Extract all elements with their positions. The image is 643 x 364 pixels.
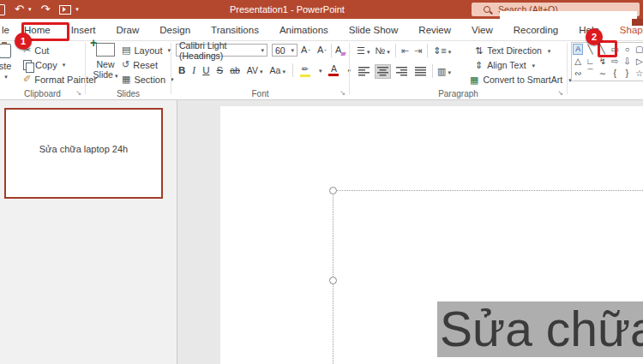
align-left-icon <box>358 67 370 76</box>
justify-button[interactable] <box>413 65 428 78</box>
line-spacing-button[interactable]: ⇕≡▾ <box>433 45 451 56</box>
search-icon <box>484 6 490 13</box>
copy-label: Copy <box>35 60 57 70</box>
redo-icon[interactable]: ↷ <box>40 0 50 19</box>
columns-button[interactable]: ▥▾ <box>437 66 451 76</box>
shape-scribble[interactable]: ∾ <box>574 69 581 78</box>
highlight-button[interactable]: ✏ <box>300 64 310 77</box>
align-text-button[interactable]: ⇕ Align Text ▾ <box>475 59 535 71</box>
layout-label: Layout <box>134 45 162 56</box>
paragraph-dialog-launcher-icon[interactable]: ↘ <box>557 90 563 97</box>
slide-canvas[interactable]: Sửa chữa <box>220 106 643 364</box>
annotation-step-1: 1 <box>15 33 32 50</box>
save-icon[interactable] <box>0 4 5 15</box>
undo-icon[interactable]: ↶ <box>15 0 24 19</box>
shape-rounded-rectangle[interactable]: ▢ <box>635 45 643 54</box>
text-direction-button[interactable]: ⇅ Text Direction ▾ <box>475 45 550 57</box>
section-button[interactable]: ▦ Section ▾ <box>122 73 174 86</box>
smartart-icon: ▦ <box>470 75 478 85</box>
copy-dropdown-icon: ▾ <box>63 62 66 68</box>
clear-formatting-button[interactable]: A <box>335 44 341 57</box>
shape-curve[interactable]: ∼ <box>599 69 606 78</box>
shape-line[interactable]: ╲ <box>587 45 592 54</box>
slide-thumbnail[interactable]: Sửa chữa laptop 24h <box>4 108 163 199</box>
shape-arc[interactable]: ⌒ <box>586 67 594 79</box>
change-case-dropdown-icon: ▾ <box>282 69 285 75</box>
align-center-button[interactable] <box>376 65 390 78</box>
font-color-button[interactable]: A <box>328 64 339 76</box>
shape-callout[interactable]: ▷ <box>636 57 643 66</box>
tab-view[interactable]: View <box>461 20 503 40</box>
underline-button[interactable]: U <box>202 65 209 75</box>
convert-to-smartart-button[interactable]: ▦ Convert to SmartArt ▾ <box>470 74 572 86</box>
selected-title-text[interactable]: Sửa chữa <box>437 301 643 357</box>
new-slide-button[interactable]: New Slide▾ <box>91 43 120 80</box>
workspace: Sửa chữa laptop 24h Sửa chữa <box>0 100 643 364</box>
font-name-combo[interactable]: Calibri Light (Headings) ▾ <box>176 44 267 57</box>
highlight-color-bar <box>300 75 310 77</box>
panel-divider[interactable] <box>177 100 177 364</box>
clear-formatting-icon: A <box>335 45 341 56</box>
align-center-icon <box>377 67 388 76</box>
tab-design[interactable]: Design <box>149 20 201 40</box>
copy-button[interactable]: Copy ▾ <box>23 58 65 71</box>
bullets-icon: ☰ <box>357 45 365 56</box>
selection-handle-middle-left[interactable] <box>329 277 337 284</box>
text-direction-icon: ⇅ <box>475 46 483 56</box>
grow-font-button[interactable]: Aˆ <box>301 44 310 57</box>
quick-access-toolbar: ↶ ▾ ↷ ▾ <box>0 0 79 19</box>
align-right-button[interactable] <box>394 65 409 78</box>
layout-icon: ▤ <box>122 45 130 55</box>
highlight-pen-icon: ✏ <box>302 64 309 74</box>
tab-review[interactable]: Review <box>408 20 461 40</box>
align-left-button[interactable] <box>357 65 371 78</box>
strikethrough-button[interactable]: S <box>216 65 223 75</box>
shape-right-brace[interactable]: } <box>626 69 628 78</box>
shape-arrow-down[interactable]: ⇩ <box>623 57 630 66</box>
font-size-value: 60 <box>275 45 285 56</box>
tab-file-partial[interactable]: le <box>0 20 14 40</box>
cut-label: Cut <box>34 45 49 56</box>
shape-triangle[interactable]: △ <box>574 57 581 66</box>
reset-button[interactable]: ↺ Reset <box>122 58 158 71</box>
tab-animations[interactable]: Animations <box>269 20 339 40</box>
change-case-button[interactable]: Aa▾ <box>270 65 285 75</box>
strikethrough-ab-button[interactable]: ab <box>230 65 240 75</box>
paste-button[interactable]: ste ▾ <box>0 44 15 80</box>
italic-button[interactable]: I <box>192 65 195 75</box>
line-spacing-icon: ⇕≡ <box>433 45 447 56</box>
bold-button[interactable]: B <box>178 65 185 75</box>
highlight-dropdown-icon[interactable]: ▾ <box>319 68 322 74</box>
bullets-button[interactable]: ☰▾ <box>357 45 370 56</box>
tab-draw[interactable]: Draw <box>105 20 149 40</box>
shape-oval[interactable]: ○ <box>624 45 629 54</box>
group-font: Calibri Light (Headings) ▾ 60 ▾ Aˆ Aˇ A … <box>171 41 349 99</box>
undo-dropdown-icon[interactable]: ▾ <box>28 6 32 13</box>
font-name-value: Calibri Light (Headings) <box>179 40 259 61</box>
clipboard-dialog-launcher-icon[interactable]: ↘ <box>75 90 81 97</box>
reset-icon: ↺ <box>122 60 129 69</box>
decrease-indent-icon[interactable]: ⇤ <box>401 46 409 56</box>
slideshow-icon[interactable] <box>59 5 71 15</box>
shape-elbow-connector[interactable]: ∟ <box>586 57 595 66</box>
customize-toolbar-icon[interactable]: ▾ <box>75 6 79 13</box>
font-group-label: Font <box>171 89 349 98</box>
shape-text-box[interactable]: A <box>574 45 582 54</box>
layout-button[interactable]: ▤ Layout ▾ <box>122 44 171 57</box>
paste-dropdown-icon: ▾ <box>4 74 8 80</box>
tab-slide-show[interactable]: Slide Show <box>339 20 409 40</box>
selection-handle-top-left[interactable] <box>329 187 337 194</box>
shrink-font-button[interactable]: Aˇ <box>317 44 327 57</box>
character-spacing-button[interactable]: AV▾ <box>247 65 263 75</box>
shape-star[interactable]: ☆ <box>635 69 643 78</box>
new-slide-icon <box>96 43 115 57</box>
shape-elbow-arrow[interactable]: ↯ <box>599 57 606 66</box>
tab-transitions[interactable]: Transitions <box>201 20 269 40</box>
increase-indent-icon[interactable]: ⇥ <box>414 46 422 56</box>
font-color-bar <box>328 74 339 76</box>
font-size-combo[interactable]: 60 ▾ <box>272 44 297 57</box>
shape-arrow-right[interactable]: ⇨ <box>611 57 618 66</box>
font-dialog-launcher-icon[interactable]: ↘ <box>340 90 346 97</box>
shape-left-brace[interactable]: { <box>613 69 616 78</box>
numbering-button[interactable]: №▾ <box>375 45 389 56</box>
